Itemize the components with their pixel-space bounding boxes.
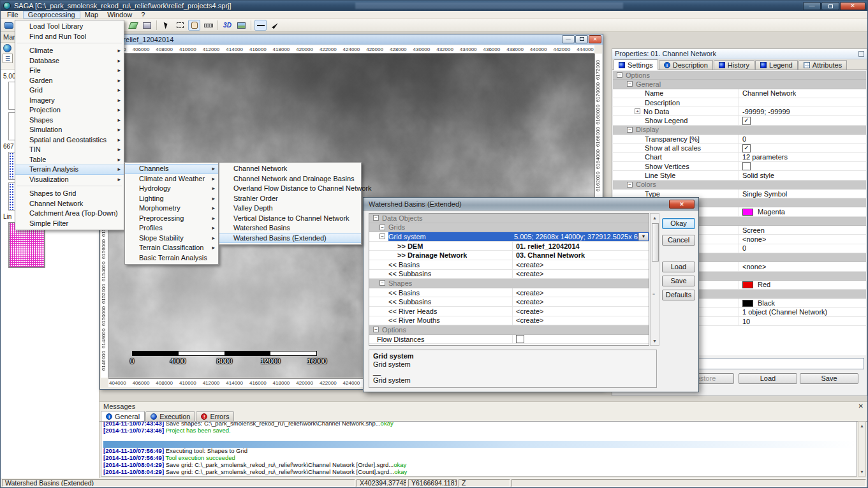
measure-tool-button[interactable] [202,20,214,31]
menu-item[interactable]: Morphometry ▸ [125,203,218,214]
tree-expander-icon[interactable]: + [635,108,640,114]
menu-item[interactable]: Channel Network and Drainage Basins [219,174,361,184]
setting-value[interactable]: -99999; -99999 [739,107,866,115]
scroll-up-icon[interactable]: ▲ [652,214,657,222]
menu-item[interactable]: Watershed Basins [219,223,361,233]
menubar-item[interactable]: File [3,11,23,18]
parameter-row[interactable]: Flow Distances [369,335,649,344]
menu-item[interactable]: Strahler Order [219,194,361,204]
settings-row[interactable]: Show at all scales [613,144,866,152]
parameter-value[interactable]: 03. Channel Network [512,251,649,260]
setting-value[interactable] [739,116,866,124]
dialog-titlebar[interactable]: Watershed Basins (Extended) ✕ [364,198,698,211]
parameter-value[interactable]: <create> [512,316,649,325]
parameter-value[interactable]: <create> [512,260,649,269]
menu-item[interactable]: Watershed Basins (Extended) [219,233,361,244]
map-minimize-button[interactable]: — [562,35,575,43]
menu-item[interactable]: Visualization ▸ [15,175,124,185]
menu-item[interactable]: Terrain Analysis ▸ [15,165,124,175]
parameter-value[interactable]: <create> [512,307,649,316]
menu-item[interactable]: Load Tool Library [15,22,124,32]
scrollbar-thumb[interactable] [652,223,659,262]
menu-item[interactable]: Table ▸ [15,155,124,165]
line-tool-button[interactable] [254,20,267,31]
setting-value[interactable]: Red [739,281,866,289]
parameter-row[interactable]: − Grids [369,223,649,233]
log-line[interactable] [103,434,857,441]
parameter-row[interactable]: << River Heads <create> [369,307,649,316]
log-line[interactable]: [2014-11-10/08:04:29] Project has been s… [103,475,857,477]
print-button[interactable] [141,20,153,31]
menu-item[interactable]: Projection ▸ [15,105,124,115]
menu-item[interactable]: Lighting ▸ [125,194,218,204]
parameter-value[interactable]: <create> [512,288,649,297]
menu-item[interactable]: Channel Network [15,199,124,209]
tree-expander-icon[interactable]: − [379,225,385,230]
menu-item[interactable]: Database ▸ [15,56,124,66]
menu-item[interactable]: Shapes ▸ [15,115,124,126]
save-button[interactable]: Save [662,276,695,286]
maximize-button[interactable] [821,2,839,10]
parameter-row[interactable]: << River Mouths <create> [369,316,649,326]
close-button[interactable]: ✕ [840,2,865,10]
settings-row[interactable]: Transparency [%] 0 [613,135,866,144]
layers-button[interactable] [127,20,139,31]
okay-button[interactable]: Okay [662,218,695,229]
settings-row[interactable]: Show Vertices [613,162,866,171]
menubar-item[interactable]: ? [136,11,149,18]
menu-item[interactable]: TIN ▸ [15,145,124,155]
properties-tab[interactable]: Attributes [798,60,847,70]
properties-load-button[interactable]: Load [739,373,797,384]
parameter-row[interactable]: >> Drainage Network 03. Channel Network [369,251,649,260]
setting-value[interactable]: Screen [739,226,866,234]
menu-item[interactable]: File ▸ [15,66,124,76]
setting-value[interactable]: 0 [739,135,866,143]
settings-row[interactable]: Show Legend [613,116,866,125]
properties-tab[interactable]: History [714,60,754,70]
setting-value[interactable]: Magenta [739,207,866,216]
panel-float-icon[interactable] [858,51,864,57]
setting-value[interactable]: Black [739,299,866,307]
menubar-item[interactable]: Map [80,11,103,18]
setting-value[interactable] [739,98,866,107]
setting-value[interactable]: 1 object (Channel Network) [739,308,866,316]
menu-item[interactable]: Climate ▸ [15,46,124,56]
parameter-row[interactable]: >> DEM 01. relief_12042014 [369,242,649,251]
load-button[interactable]: Load [662,262,695,272]
setting-value[interactable]: 0 [739,244,866,253]
menu-item[interactable]: Grid ▸ [15,85,124,96]
menu-item[interactable]: Simulation ▸ [15,125,124,135]
parameter-row[interactable]: << Subbasins <create> [369,270,649,279]
properties-tab[interactable]: Settings [614,59,658,70]
dialog-close-button[interactable]: ✕ [669,200,695,209]
pan-tool-button[interactable] [188,20,200,31]
dialog-scrollbar[interactable]: ▲ = ▼ [650,213,659,346]
dropdown-arrow-icon[interactable]: ▾ [638,233,648,240]
menu-item[interactable]: Spatial and Geostatistics ▸ [15,135,124,145]
menu-item[interactable]: Catchment Area (Top-Down) [15,209,124,219]
tree-expander-icon[interactable]: − [379,280,385,286]
parameter-row[interactable]: << Subbasins <create> [369,297,649,307]
parameter-row[interactable]: << Basins <create> [369,288,649,298]
tree-expander-icon[interactable]: − [379,233,385,239]
menu-item[interactable]: Valley Depth [219,203,361,214]
data-tab-icon[interactable] [3,44,11,52]
parameter-row[interactable]: << Basins <create> [369,260,649,270]
menu-item[interactable]: Simple Filter [15,219,124,229]
snapshot-button[interactable] [235,20,247,31]
scroll-up-icon[interactable]: ▲ [860,422,864,430]
parameter-row[interactable]: − Options [369,325,649,335]
menubar-item[interactable]: Window [103,11,136,18]
3d-view-button[interactable]: 3D [221,20,233,31]
settings-row[interactable]: Line Style Solid style [613,171,866,180]
settings-row[interactable]: − General [613,80,866,89]
menu-item[interactable]: Channels ▸ [125,164,218,174]
messages-tab[interactable]: Errors [196,411,234,421]
azimuth-tool-button[interactable] [268,20,281,31]
setting-value[interactable] [739,144,866,152]
settings-row[interactable]: Name Channel Network [613,89,866,98]
menu-item[interactable]: Profiles ▸ [125,223,218,233]
messages-close-icon[interactable]: ✕ [858,403,864,410]
parameter-value[interactable]: 5.005; 22608x 14000y; 372912.5025x 61192… [512,232,649,241]
setting-value[interactable]: <none> [739,235,866,243]
